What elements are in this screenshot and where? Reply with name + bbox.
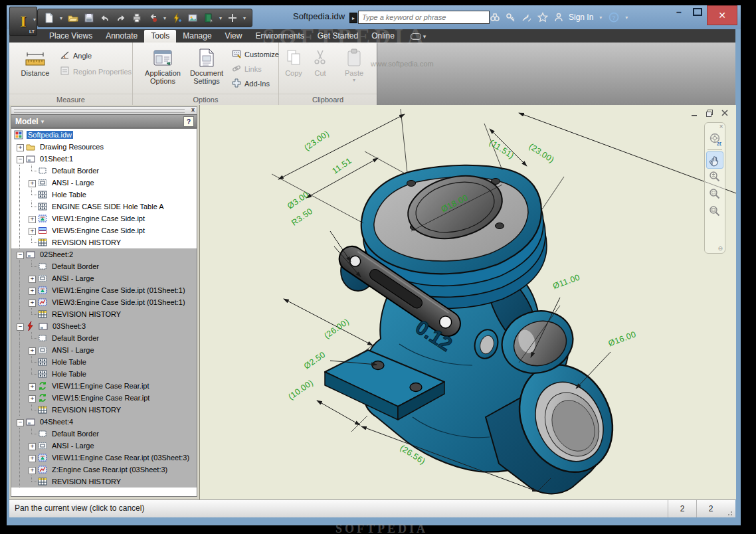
person-icon[interactable] [551, 11, 565, 25]
tree-item-label[interactable]: VIEW11:Engine Case Rear.ipt [50, 382, 151, 390]
chevron-down-icon[interactable]: ▾ [58, 15, 64, 21]
tree-item-label[interactable]: REVISION HISTORY [50, 478, 122, 486]
tree-item-label[interactable]: 02Sheet:2 [39, 250, 74, 258]
tree-item-label[interactable]: 01Sheet:1 [39, 155, 74, 163]
tree-item-label[interactable]: 03Sheet:3 [51, 322, 87, 330]
minimize-button[interactable]: – [670, 5, 688, 19]
tree-item-label[interactable]: Default Border [50, 262, 100, 270]
tree-row[interactable]: +VIEW3:Engine Case Side.ipt (01Sheet:1) [11, 296, 197, 308]
tree-row[interactable]: REVISION HISTORY [11, 236, 197, 248]
star-icon[interactable] [535, 11, 549, 25]
drawing-canvas[interactable]: ✕ 2D ⊖ [199, 105, 736, 499]
tree-row[interactable]: −04Sheet:4 [11, 416, 197, 428]
tab-manage[interactable]: Manage [176, 30, 218, 43]
expand-icon[interactable]: + [29, 347, 36, 355]
tree-item-label[interactable]: Default Border [50, 334, 100, 342]
redo-icon[interactable] [114, 11, 128, 25]
expand-icon[interactable]: + [29, 216, 36, 223]
chevron-down-icon[interactable]: ▾ [597, 15, 605, 21]
expand-icon[interactable]: + [29, 395, 36, 402]
satellite-icon[interactable] [520, 11, 533, 25]
chevron-down-icon[interactable]: ▾ [41, 118, 45, 125]
expand-icon[interactable]: + [29, 288, 36, 295]
tab-place-views[interactable]: Place Views [43, 30, 99, 43]
chevron-down-icon[interactable]: ▾ [161, 15, 168, 21]
resize-grip[interactable] [727, 509, 734, 516]
tree-item-label[interactable]: ENGINE CASE SIDE Hole Table A [50, 203, 165, 211]
copy-button[interactable]: Copy [280, 46, 307, 77]
expand-icon[interactable]: + [29, 443, 36, 450]
tree-item-label[interactable]: Z:Engine Case Rear.ipt (03Sheet:3) [50, 466, 169, 474]
expand-icon[interactable]: + [29, 467, 36, 474]
navbar-close-icon[interactable]: ✕ [719, 124, 723, 130]
tab-view[interactable]: View [219, 30, 249, 43]
open-folder-icon[interactable] [66, 11, 80, 25]
tree-row[interactable]: +VIEW11:Engine Case Rear.ipt [11, 380, 197, 392]
tree-item-label[interactable]: VIEW15:Engine Case Rear.ipt [50, 394, 151, 402]
tree-row[interactable]: Hole Table [11, 356, 197, 368]
tree-item-label[interactable]: VIEW3:Engine Case Side.ipt (01Sheet:1) [50, 298, 187, 306]
search-input[interactable] [358, 11, 490, 24]
tree-item-label[interactable]: Hole Table [50, 191, 88, 199]
help-icon[interactable]: ? [607, 11, 620, 25]
collapse-icon[interactable]: − [17, 156, 24, 163]
update-back-icon[interactable] [145, 11, 160, 25]
tree-row[interactable]: +VIEW5:Engine Case Side.ipt [11, 224, 197, 236]
angle-button[interactable]: Angle [60, 49, 92, 62]
tree-row[interactable]: Default Border [11, 260, 197, 272]
tree-item-label[interactable]: Default Border [50, 167, 100, 175]
tree-item-label[interactable]: VIEW1:Engine Case Side.ipt (01Sheet:1) [50, 286, 187, 294]
tree-row[interactable]: Hole Table [11, 189, 197, 201]
tree-row[interactable]: +VIEW11:Engine Case Rear.ipt (03Sheet:3) [11, 452, 197, 464]
expand-icon[interactable]: + [17, 144, 24, 151]
navbar-collapse-icon[interactable]: ⊖ [717, 245, 723, 252]
tree-item-label[interactable]: Hole Table [50, 370, 88, 378]
tree-row[interactable]: +ANSI - Large [11, 272, 197, 284]
tree-row[interactable]: REVISION HISTORY [11, 476, 197, 488]
chevron-down-icon[interactable]: ▾ [622, 15, 630, 21]
zoom-window-icon[interactable] [706, 186, 723, 203]
links-button[interactable]: Links [231, 62, 262, 76]
print-icon[interactable] [130, 11, 144, 25]
application-options-button[interactable]: Application Options [142, 46, 183, 85]
binoculars-icon[interactable] [488, 11, 502, 25]
maximize-button[interactable] [688, 5, 707, 19]
tree-item-label[interactable]: REVISION HISTORY [50, 406, 122, 414]
save-icon[interactable] [82, 11, 96, 25]
key-icon[interactable] [504, 11, 518, 25]
move-cross-icon[interactable] [225, 11, 240, 25]
wheel-2d-icon[interactable]: 2D [706, 131, 723, 148]
sign-in-button[interactable]: Sign In [569, 13, 593, 22]
add-ins-button[interactable]: Add-Ins [231, 77, 270, 90]
tree-row[interactable]: +Z:Engine Case Rear.ipt (03Sheet:3) [11, 464, 197, 476]
tree-row[interactable]: +Drawing Resources [11, 141, 197, 153]
expand-icon[interactable]: + [29, 455, 36, 462]
chevron-down-icon[interactable]: ▾ [217, 15, 224, 21]
region-properties-button[interactable]: Region Properties [60, 65, 132, 78]
zoom-plusminus-icon[interactable] [706, 169, 723, 186]
tree-item-label[interactable]: REVISION HISTORY [50, 310, 122, 318]
tree-row[interactable]: ENGINE CASE SIDE Hole Table A [11, 201, 197, 213]
lightning-plus-icon[interactable] [169, 11, 184, 25]
toolbar-expand-icon[interactable]: ▸ [349, 13, 357, 23]
application-menu-button[interactable]: I LT ▾ [9, 7, 37, 36]
new-document-icon[interactable] [42, 11, 56, 25]
tree-item-label[interactable]: Default Border [50, 430, 100, 438]
tree-item-label[interactable]: VIEW5:Engine Case Side.ipt [50, 226, 146, 234]
tree-row[interactable]: +VIEW1:Engine Case Side.ipt (01Sheet:1) [11, 284, 197, 296]
tree-item-label[interactable]: Drawing Resources [39, 143, 105, 151]
tab-get-started[interactable]: Get Started [311, 30, 365, 43]
insert-image-icon[interactable] [185, 11, 200, 25]
help-icon[interactable]: ? [183, 116, 194, 127]
expand-icon[interactable]: + [29, 180, 36, 187]
tree-item-label[interactable]: ANSI - Large [50, 274, 96, 282]
doc-minimize-icon[interactable] [689, 108, 699, 118]
tree-item-label[interactable]: REVISION HISTORY [50, 238, 122, 246]
browser-close-icon[interactable]: x [191, 106, 195, 113]
tree-row[interactable]: Hole Table [11, 368, 197, 380]
expand-icon[interactable]: + [29, 383, 36, 391]
tree-item-label[interactable]: 04Sheet:4 [39, 418, 74, 426]
tree-row[interactable]: Default Border [11, 428, 197, 440]
document-settings-button[interactable]: Document Settings [186, 46, 227, 85]
doc-restore-icon[interactable] [704, 108, 714, 118]
